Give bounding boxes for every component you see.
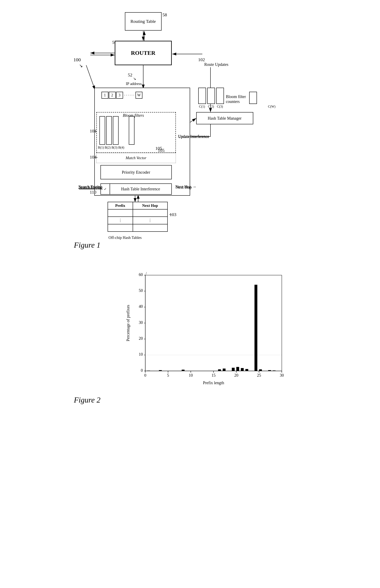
svg-rect-68 [259,369,262,371]
cell-dots-2: ⋮ [133,217,168,224]
next-hop-text: Next Hop → [175,185,196,189]
svg-rect-69 [268,370,271,371]
svg-rect-66 [245,369,248,371]
prefix-col-header: Prefix [108,202,133,209]
svg-rect-70 [273,371,275,371]
counter-sublabel-gap [225,105,267,108]
svg-rect-62 [223,368,226,371]
routing-table-box: Routing Table [125,12,162,31]
hash-table-manager-label: Hash Table Manager [208,116,242,121]
svg-text:50: 50 [139,288,143,293]
svg-rect-64 [236,367,239,371]
counter-c3 [216,88,224,104]
route-updates-label: Route Updates [204,62,228,67]
label-103-arrow: ← [169,212,173,217]
bloom-gap [120,116,128,145]
label-110: 110 [90,190,96,195]
counter-c1 [198,88,206,104]
label-100-arrow: ↘ [79,63,83,69]
label-105-text: 105 [158,148,165,153]
search-engine-text: Search Engine [78,185,102,189]
counter-sublabel-c3: C(3) [216,105,224,108]
bloom-rect-4 [129,116,134,145]
label-52: 52 [128,72,133,78]
svg-rect-67 [254,285,257,371]
cell-empty-3 [108,224,133,231]
svg-rect-65 [241,368,244,371]
svg-text:10: 10 [139,352,143,357]
cell-empty-4 [133,224,168,231]
counter-cw [249,92,257,104]
hash-table-interference-row: ✓ Hash Table Interference [100,183,172,195]
bloom-rect-3 [113,116,119,145]
counter-sublabel-c1: C(1) [198,105,206,108]
chart-svg: 0 10 20 30 40 50 60 [125,269,288,387]
bits-dots: · · · · · · [124,93,134,97]
svg-text:10: 10 [189,373,193,378]
cell-dots-1: ⋮ [108,217,133,224]
routing-table-label: Routing Table [130,19,156,24]
router-label: ROUTER [131,50,155,56]
svg-rect-63 [232,368,234,371]
svg-text:0: 0 [144,373,146,378]
svg-text:0: 0 [141,368,143,373]
svg-text:Prefix length: Prefix length [203,380,224,385]
check-symbol: ✓ [104,187,107,191]
label-101-arrow: → [93,129,97,133]
ip-bits-row: 1 2 3 · · · · · · W [101,92,143,99]
next-hop-col-header: Next Hop [133,202,168,209]
svg-rect-60 [182,370,184,371]
bit-3: 3 [116,92,123,99]
svg-text:20: 20 [139,336,143,341]
update-interference-text: Update Interference [178,134,209,139]
chart-area: 0 10 20 30 40 50 60 [125,269,288,387]
priority-encoder-box: Priority Encoder [100,165,172,179]
bit-w: W [135,92,142,99]
cell-empty-2 [133,209,168,217]
svg-rect-59 [159,370,162,371]
svg-rect-58 [154,371,157,371]
svg-text:30: 30 [280,373,284,378]
label-102: 102 [198,57,205,62]
bloom-rect-1 [99,116,105,145]
svg-text:60: 60 [139,272,143,277]
svg-text:Percentage of prefixes: Percentage of prefixes [126,305,130,341]
bit-2: 2 [109,92,116,99]
hash-table-interference-label: Hash Table Interference [110,187,171,191]
ip-address-label: IP address [126,81,142,86]
bloom-rects [99,116,134,145]
svg-text:15: 15 [211,373,216,378]
label-100: 100 [74,57,81,63]
priority-encoder-label: Priority Encoder [122,170,150,175]
cell-empty-1 [108,209,133,217]
router-box: ROUTER [115,41,172,65]
figure2-caption: Figure 2 [74,395,101,404]
bit-1: 1 [101,92,108,99]
svg-text:5: 5 [167,373,169,378]
table-row-2 [108,224,168,231]
figure1-caption: Figure 1 [74,241,101,249]
svg-rect-61 [218,369,221,371]
bloom-counters-area: Bloom filtercounters C(1) C(2) C(3) C(W) [198,88,276,108]
bloom-counters-label: Bloom filtercounters [226,94,246,104]
svg-line-22 [86,65,95,90]
hash-table-manager-box: Hash Table Manager [196,112,253,124]
svg-text:/: / [146,271,147,276]
counter-sublabel-cw: C(W) [268,105,276,108]
svg-text:25: 25 [257,373,261,378]
bloom-sublabels: B(1) B(2) B(3) B(4) [98,146,124,149]
match-vector-label: Match Vector [126,156,147,160]
svg-rect-57 [147,371,150,371]
bloom-rect-2 [106,116,112,145]
counter-sublabel-c2: C(2) [207,105,215,108]
label-58: 58 [163,12,167,18]
svg-text:40: 40 [139,304,143,309]
offchip-hash-tables: Prefix Next Hop ⋮ ⋮ [108,202,168,232]
svg-text:20: 20 [234,373,238,378]
svg-text:30: 30 [139,320,143,325]
counter-c2 [207,88,215,104]
table-row-dots: ⋮ ⋮ [108,217,168,224]
offchip-label: Off-chip Hash Tables [109,235,142,240]
label-104-arrow: → [94,155,98,160]
label-52-arrow: ↘ [133,76,136,81]
